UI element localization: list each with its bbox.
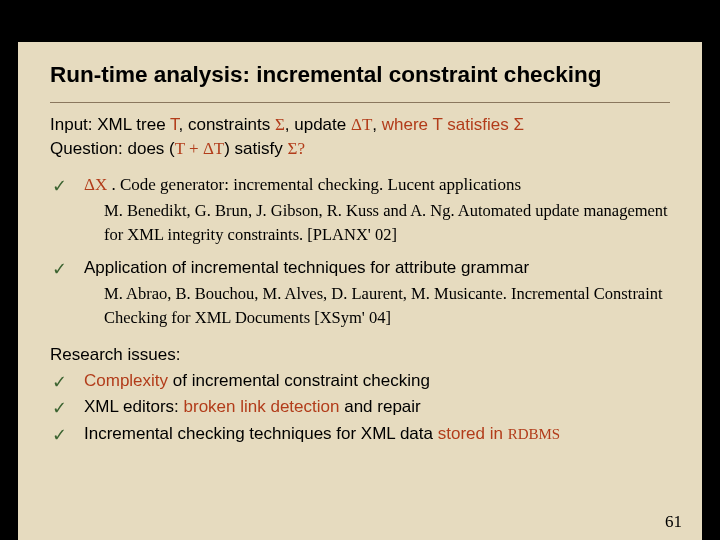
bullet-2: ✓ Application of incremental techniques … — [50, 256, 672, 329]
check-icon: ✓ — [52, 423, 67, 449]
check-icon: ✓ — [52, 370, 67, 396]
research-item-1: ✓ Complexity of incremental constraint c… — [50, 369, 672, 393]
t: and repair — [339, 397, 420, 416]
t: . Code generator: incremental checking. … — [107, 175, 521, 194]
t: T + ΔT — [175, 139, 224, 158]
t: RDBMS — [508, 426, 561, 442]
t: , update — [285, 115, 351, 134]
t: , — [372, 115, 381, 134]
question-line: Question: does (T + ΔT) satisfy Σ? — [50, 137, 672, 161]
t: Σ? — [288, 139, 305, 158]
t: Input: XML tree — [50, 115, 170, 134]
input-line: Input: XML tree T, constraints Σ, update… — [50, 113, 672, 137]
page-number: 61 — [665, 512, 682, 532]
t: where T satisfies Σ — [382, 115, 524, 134]
t: XML editors: — [84, 397, 184, 416]
intro-block: Input: XML tree T, constraints Σ, update… — [50, 113, 672, 161]
t: ΔX — [84, 175, 107, 194]
check-icon: ✓ — [52, 174, 67, 200]
slide: Run-time analysis: incremental constrain… — [18, 42, 702, 540]
check-icon: ✓ — [52, 257, 67, 283]
slide-body: Input: XML tree T, constraints Σ, update… — [18, 103, 702, 446]
t: ΔT — [351, 115, 372, 134]
check-icon: ✓ — [52, 396, 67, 422]
slide-title: Run-time analysis: incremental constrain… — [18, 42, 702, 94]
t: Complexity — [84, 371, 168, 390]
citation-1: M. Benedikt, G. Brun, J. Gibson, R. Kuss… — [84, 199, 672, 246]
t: , constraints — [179, 115, 275, 134]
t: Incremental checking techniques for XML … — [84, 424, 438, 443]
research-item-2: ✓ XML editors: broken link detection and… — [50, 395, 672, 419]
t: broken link detection — [184, 397, 340, 416]
t: stored in — [438, 424, 508, 443]
bullet-1: ✓ ΔX . Code generator: incremental check… — [50, 173, 672, 246]
t: T — [170, 115, 179, 134]
t: ) satisfy — [224, 139, 287, 158]
research-item-3: ✓ Incremental checking techniques for XM… — [50, 422, 672, 446]
t: of incremental constraint checking — [168, 371, 430, 390]
t: Σ — [275, 115, 285, 134]
research-heading: Research issues: — [50, 343, 672, 367]
citation-2: M. Abrao, B. Bouchou, M. Alves, D. Laure… — [84, 282, 672, 329]
t: Question: does ( — [50, 139, 175, 158]
t: Application of incremental techniques fo… — [84, 258, 529, 277]
